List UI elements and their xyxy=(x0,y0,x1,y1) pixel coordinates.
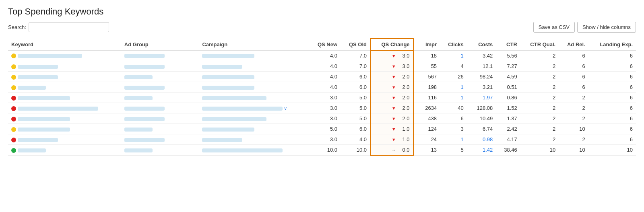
table-row: v3.05.0▼2.0263440128.081.52226 xyxy=(8,103,636,113)
costs-link[interactable]: 0.98 xyxy=(483,136,493,142)
qsold-cell: 6.0 xyxy=(341,82,370,93)
adrel-cell: 2 xyxy=(559,134,588,145)
table-row: 4.06.0▼2.019813.210.51266 xyxy=(8,82,636,93)
adrel-cell: 10 xyxy=(559,124,588,134)
col-header-ctr: CTR xyxy=(496,39,520,50)
table-header-row: Keyword Ad Group Campaign QS New QS Old … xyxy=(8,39,636,50)
campaign-blurred xyxy=(202,117,266,121)
qschange-cell: →0.0 xyxy=(370,145,413,156)
clicks-cell: 1 xyxy=(440,82,467,93)
costs-cell: 3.42 xyxy=(467,50,496,61)
col-header-qschange[interactable]: QS Change xyxy=(370,39,413,50)
ctr-cell: 0.51 xyxy=(496,82,520,93)
qschange-cell: ▼2.0 xyxy=(370,103,413,113)
ctrqual-cell: 2 xyxy=(520,50,559,61)
dot-red xyxy=(11,117,16,121)
qsnew-cell: 3.0 xyxy=(309,113,341,124)
adgroup-blurred xyxy=(124,75,153,79)
adgroup-blurred xyxy=(124,128,153,132)
qschange-value: 1.0 xyxy=(397,136,410,142)
dot-yellow xyxy=(11,64,16,69)
qsnew-cell: 4.0 xyxy=(309,61,341,72)
qsnew-cell: 5.0 xyxy=(309,124,341,134)
table-row: 4.07.0▼3.01813.425.56266 xyxy=(8,50,636,61)
col-header-clicks: Clicks xyxy=(440,39,467,50)
campaign-blurred xyxy=(202,138,242,142)
adgroup-cell xyxy=(121,113,199,124)
landexp-cell: 6 xyxy=(588,134,636,145)
costs-cell: 6.74 xyxy=(467,124,496,134)
landexp-cell: 6 xyxy=(588,50,636,61)
qschange-value: 2.0 xyxy=(397,105,410,111)
adrel-cell: 2 xyxy=(559,103,588,113)
table-row: 3.04.0▼1.02410.984.17226 xyxy=(8,134,636,145)
impr-cell: 116 xyxy=(413,93,440,103)
campaign-cell xyxy=(199,134,309,145)
landexp-cell: 6 xyxy=(588,103,636,113)
table-row: 4.06.0▼2.05672698.244.59266 xyxy=(8,72,636,82)
arrow-down-icon: ▼ xyxy=(392,54,396,58)
col-header-adgroup: Ad Group xyxy=(121,39,199,50)
qschange-value: 0.0 xyxy=(397,147,410,153)
adgroup-cell xyxy=(121,124,199,134)
clicks-link[interactable]: 1 xyxy=(460,95,463,101)
impr-cell: 13 xyxy=(413,145,440,156)
col-header-campaign: Campaign xyxy=(199,39,309,50)
impr-cell: 124 xyxy=(413,124,440,134)
keyword-cell xyxy=(8,134,121,145)
page-title: Top Spending Keywords xyxy=(8,6,636,17)
adgroup-blurred xyxy=(124,117,165,121)
clicks-link[interactable]: 1 xyxy=(460,136,463,142)
adgroup-cell xyxy=(121,145,199,156)
qsold-cell: 5.0 xyxy=(341,103,370,113)
clicks-link[interactable]: 1 xyxy=(460,84,463,90)
qschange-value: 1.0 xyxy=(397,126,410,132)
save-csv-button[interactable]: Save as CSV xyxy=(533,22,575,33)
clicks-cell: 3 xyxy=(440,124,467,134)
adrel-cell: 6 xyxy=(559,72,588,82)
keyword-blurred xyxy=(18,107,98,111)
adrel-cell: 2 xyxy=(559,113,588,124)
qsold-cell: 6.0 xyxy=(341,124,370,134)
campaign-blurred xyxy=(202,148,283,152)
table-row: 3.05.0▼2.0438610.491.37226 xyxy=(8,113,636,124)
dot-red xyxy=(11,96,16,101)
keyword-cell xyxy=(8,124,121,134)
adgroup-cell xyxy=(121,134,199,145)
clicks-link[interactable]: 1 xyxy=(460,53,463,59)
show-hide-button[interactable]: Show / hide columns xyxy=(577,22,636,33)
landexp-cell: 6 xyxy=(588,61,636,72)
arrow-down-icon: ▼ xyxy=(392,137,396,142)
qschange-value: 2.0 xyxy=(397,115,410,121)
costs-link[interactable]: 1.42 xyxy=(483,147,493,153)
costs-link[interactable]: 1.97 xyxy=(483,95,493,101)
keyword-blurred xyxy=(18,117,70,121)
campaign-blurred xyxy=(202,107,283,111)
campaign-cell xyxy=(199,124,309,134)
qsnew-cell: 4.0 xyxy=(309,82,341,93)
qschange-value: 3.0 xyxy=(397,63,410,69)
table-row: 4.07.0▼3.055412.17.27266 xyxy=(8,61,636,72)
landexp-cell: 6 xyxy=(588,113,636,124)
qsnew-cell: 3.0 xyxy=(309,103,341,113)
impr-cell: 24 xyxy=(413,134,440,145)
ctrqual-cell: 2 xyxy=(520,61,559,72)
costs-cell: 98.24 xyxy=(467,72,496,82)
campaign-blurred xyxy=(202,75,254,79)
qschange-value: 2.0 xyxy=(397,95,410,101)
search-input[interactable] xyxy=(29,22,109,32)
campaign-cell xyxy=(199,50,309,61)
impr-cell: 567 xyxy=(413,72,440,82)
costs-cell: 3.21 xyxy=(467,82,496,93)
keyword-cell xyxy=(8,72,121,82)
adgroup-blurred xyxy=(124,107,165,111)
ctrqual-cell: 2 xyxy=(520,124,559,134)
keyword-blurred xyxy=(18,96,70,100)
arrow-down-icon: ▼ xyxy=(392,116,396,121)
impr-cell: 55 xyxy=(413,61,440,72)
arrow-down-icon: ▼ xyxy=(392,64,396,69)
keywords-table: Keyword Ad Group Campaign QS New QS Old … xyxy=(8,38,636,156)
qschange-value: 2.0 xyxy=(397,84,410,90)
table-row: 3.05.0▼2.011611.970.86226 xyxy=(8,93,636,103)
campaign-blurred xyxy=(202,128,254,132)
